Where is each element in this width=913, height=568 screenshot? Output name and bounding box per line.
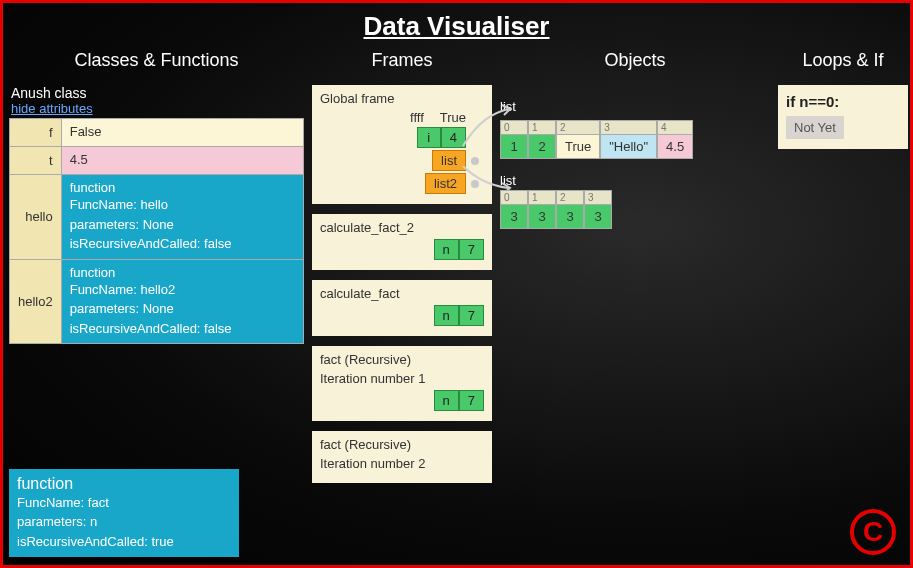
list-index: 2: [557, 121, 599, 135]
class-name: Anush class: [9, 85, 304, 101]
list-index: 2: [557, 191, 583, 205]
function-line: FuncName: hello2: [70, 280, 295, 300]
list-value: 3: [501, 205, 527, 228]
frame-title: fact (Recursive): [320, 437, 484, 452]
list-index: 1: [529, 121, 555, 135]
var-val: 7: [459, 390, 484, 411]
list-index: 4: [658, 121, 692, 135]
list-value: 1: [501, 135, 527, 158]
objects-column: Objects list 01 12 2True 3"Hello" 44.5 l…: [500, 46, 770, 247]
list-index: 1: [529, 191, 555, 205]
frame-title: calculate_fact_2: [320, 220, 484, 235]
frame-subtitle: Iteration number 2: [320, 456, 484, 471]
list-value: 3: [529, 205, 555, 228]
function-box: function FuncName: fact parameters: n is…: [9, 469, 239, 558]
list-index: 0: [501, 191, 527, 205]
attr-value: function FuncName: hello parameters: Non…: [61, 175, 303, 260]
frame-subtitle: Iteration number 1: [320, 371, 484, 386]
list-label: list: [500, 99, 770, 114]
list-index: 3: [585, 191, 611, 205]
loops-column: Loops & If if n==0: Not Yet: [778, 46, 908, 149]
function-line: FuncName: fact: [17, 493, 231, 513]
function-line: parameters: None: [70, 215, 295, 235]
list-value: 2: [529, 135, 555, 158]
list-value: 4.5: [658, 135, 692, 158]
loop-box: if n==0: Not Yet: [778, 85, 908, 149]
attr-key: hello2: [10, 259, 62, 344]
classes-column: Classes & Functions Anush class hide att…: [9, 46, 304, 344]
frame-box: calculate_fact_2 n 7: [312, 214, 492, 270]
attr-value: 4.5: [61, 147, 303, 175]
loop-status: Not Yet: [786, 116, 844, 139]
table-row: hello function FuncName: hello parameter…: [10, 175, 304, 260]
frame-box: calculate_fact n 7: [312, 280, 492, 336]
frame-title: fact (Recursive): [320, 352, 484, 367]
frames-header: Frames: [312, 46, 492, 75]
attr-key: hello: [10, 175, 62, 260]
var-val: 7: [459, 305, 484, 326]
var-key: i: [417, 127, 441, 148]
attr-value: False: [61, 119, 303, 147]
table-row: t 4.5: [10, 147, 304, 175]
list-object: 01 12 2True 3"Hello" 44.5: [500, 120, 770, 159]
list-value: True: [557, 135, 599, 158]
list-value: 3: [585, 205, 611, 228]
list-value: "Hello": [601, 135, 656, 158]
function-line: isRecursiveAndCalled: false: [70, 234, 295, 254]
function-line: parameters: None: [70, 299, 295, 319]
var-key: n: [434, 390, 459, 411]
frame-box: fact (Recursive) Iteration number 2: [312, 431, 492, 483]
attr-value: function FuncName: hello2 parameters: No…: [61, 259, 303, 344]
attr-key: t: [10, 147, 62, 175]
table-row: hello2 function FuncName: hello2 paramet…: [10, 259, 304, 344]
frame-box: fact (Recursive) Iteration number 1 n 7: [312, 346, 492, 421]
loop-condition: if n==0:: [786, 93, 900, 110]
function-label: function: [70, 265, 295, 280]
page-title: Data Visualiser: [3, 3, 910, 46]
loops-header: Loops & If: [778, 46, 908, 75]
function-line: isRecursiveAndCalled: true: [17, 532, 231, 552]
frame-title: calculate_fact: [320, 286, 484, 301]
function-line: isRecursiveAndCalled: false: [70, 319, 295, 339]
classes-header: Classes & Functions: [9, 46, 304, 75]
frame-head-left: ffff: [410, 110, 424, 125]
function-label: function: [70, 180, 295, 195]
var-key: n: [434, 239, 459, 260]
list-index: 0: [501, 121, 527, 135]
table-row: f False: [10, 119, 304, 147]
hide-attributes-link[interactable]: hide attributes: [9, 101, 304, 116]
list-value: 3: [557, 205, 583, 228]
list-object: 03 13 23 33: [500, 190, 770, 229]
copyright-icon: C: [850, 509, 896, 555]
var-val: 7: [459, 239, 484, 260]
list-index: 3: [601, 121, 656, 135]
function-line: parameters: n: [17, 512, 231, 532]
list-label: list: [500, 173, 770, 188]
class-table: f False t 4.5 hello function FuncName: h…: [9, 118, 304, 344]
var-key: n: [434, 305, 459, 326]
function-line: FuncName: hello: [70, 195, 295, 215]
attr-key: f: [10, 119, 62, 147]
function-label: function: [17, 475, 231, 493]
objects-header: Objects: [500, 46, 770, 75]
